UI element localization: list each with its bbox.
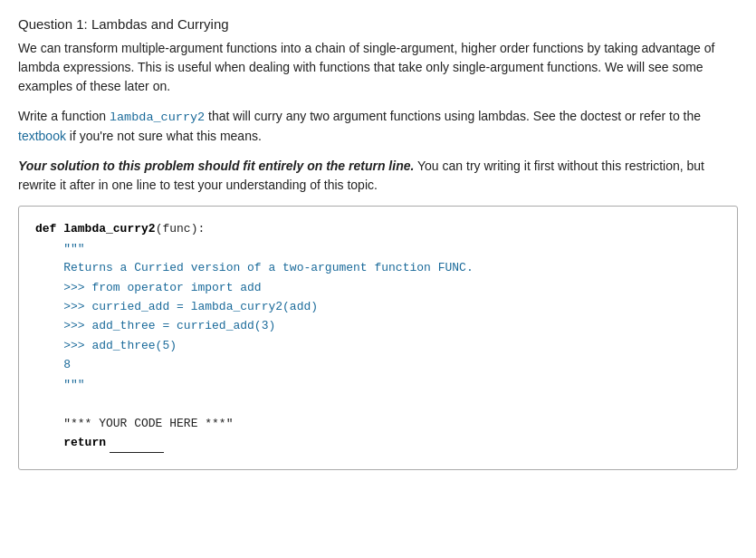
p2-middle: that will curry any two argument functio… — [205, 109, 701, 123]
code-line-5: >>> curried_add = lambda_curry2(add) — [35, 297, 721, 316]
code-line-12: return — [35, 433, 721, 452]
func-params: (func): — [156, 222, 206, 236]
p2-inline-code: lambda_curry2 — [110, 111, 205, 124]
textbook-link[interactable]: textbook — [18, 129, 66, 143]
code-line-1: def lambda_curry2(func): — [35, 219, 721, 238]
question-title: Question 1: Lambdas and Currying — [18, 16, 738, 32]
code-line-11: "*** YOUR CODE HERE ***" — [35, 414, 721, 433]
paragraph-1: We can transform multiple-argument funct… — [18, 39, 738, 96]
code-line-9: """ — [35, 375, 721, 394]
p2-before: Write a function — [18, 109, 110, 123]
code-line-3: Returns a Curried version of a two-argum… — [35, 258, 721, 277]
code-line-8: 8 — [35, 355, 721, 374]
paragraph-2: Write a function lambda_curry2 that will… — [18, 107, 738, 146]
code-line-7: >>> add_three(5) — [35, 336, 721, 355]
code-line-4: >>> from operator import add — [35, 278, 721, 297]
p2-after: if you're not sure what this means. — [66, 129, 262, 143]
code-line-10 — [35, 394, 721, 413]
keyword-def: def — [35, 222, 56, 236]
return-blank — [110, 452, 164, 453]
paragraph-3: Your solution to this problem should fit… — [18, 157, 738, 195]
code-line-6: >>> add_three = curried_add(3) — [35, 316, 721, 335]
func-name: lambda_curry2 — [56, 222, 155, 236]
keyword-return: return — [35, 436, 106, 449]
code-line-2: """ — [35, 239, 721, 258]
p3-italic: Your solution to this problem should fit… — [18, 159, 414, 173]
code-block: def lambda_curry2(func): """ Returns a C… — [18, 206, 738, 469]
